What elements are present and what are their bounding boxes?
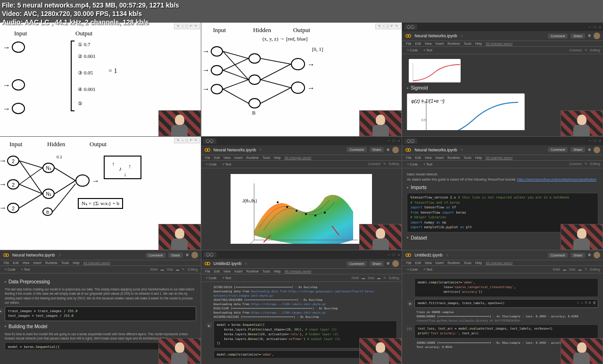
svg-line-6 bbox=[261, 58, 291, 64]
svg-text:↓: ↓ bbox=[124, 171, 126, 178]
colab-toolbar: + Code + Text Connect✎ Editing bbox=[402, 47, 603, 54]
avatar[interactable] bbox=[594, 33, 600, 39]
run-cell-button[interactable]: ▶ bbox=[207, 323, 212, 328]
svg-text:♪: ♪ bbox=[119, 165, 122, 172]
svg-line-8 bbox=[261, 80, 291, 88]
save-status: All changes saved bbox=[486, 42, 512, 45]
svg-point-37 bbox=[286, 206, 288, 208]
menu-help[interactable]: Help bbox=[475, 42, 482, 45]
menu-tools[interactable]: Tools bbox=[463, 42, 471, 45]
run-cell-button[interactable]: ▶ bbox=[0, 308, 3, 314]
menu-view[interactable]: View bbox=[425, 42, 432, 45]
add-text-button[interactable]: + Text bbox=[421, 48, 434, 52]
svg-line-21 bbox=[19, 168, 42, 184]
menu-insert[interactable]: Insert bbox=[436, 42, 444, 45]
menu-edit[interactable]: Edit bbox=[415, 42, 421, 45]
webcam-overlay bbox=[561, 338, 603, 364]
svg-text:J(θ₀,θ₁): J(θ₀,θ₁) bbox=[242, 199, 257, 203]
svg-line-4 bbox=[223, 80, 248, 89]
formula-box: N₁ = {Σᵢ wᵢxᵢ} + b bbox=[78, 198, 123, 209]
webcam-overlay bbox=[359, 224, 402, 250]
code-cell-evaluate[interactable]: [9] test_loss, test_acc = model.evaluate… bbox=[414, 324, 598, 339]
menu-runtime[interactable]: Runtime bbox=[447, 42, 460, 45]
whiteboard-toolbar: ✎○□↶↷ bbox=[174, 138, 199, 143]
arrow-icon: → bbox=[3, 81, 10, 90]
wb1-input-label: Input bbox=[14, 30, 27, 37]
svg-line-20 bbox=[19, 161, 42, 194]
svg-text:1.0: 1.0 bbox=[421, 100, 426, 104]
move-up-icon[interactable]: ↑ bbox=[577, 300, 579, 306]
webcam-overlay bbox=[561, 224, 603, 250]
file-info-line1: File: 5 neural networks.mp4, 523 MB, 00:… bbox=[2, 1, 179, 9]
section-imports: Imports bbox=[407, 184, 598, 191]
webcam-overlay bbox=[359, 110, 402, 136]
file-info-overlay: File: 5 neural networks.mp4, 523 MB, 00:… bbox=[0, 0, 181, 28]
svg-line-26 bbox=[53, 184, 75, 212]
diagram-box: ↑♪↑↓ bbox=[104, 156, 141, 179]
webcam-overlay bbox=[561, 110, 603, 136]
svg-line-34 bbox=[240, 240, 254, 244]
surface-plot-3d: J(θ₀,θ₁) θ₀ θ₁ bbox=[231, 174, 372, 244]
svg-line-9 bbox=[261, 88, 291, 103]
wb1-output-label: Output bbox=[75, 30, 92, 37]
add-code-button[interactable]: + Code bbox=[405, 48, 420, 52]
svg-text:↑: ↑ bbox=[128, 163, 131, 170]
link-icon[interactable]: ⎘ bbox=[585, 300, 587, 306]
colab-header: Neural Networks.ipynb ☆ Comment Share ⚙ bbox=[402, 31, 603, 41]
gear-icon[interactable]: ⚙ bbox=[589, 300, 591, 306]
svg-point-39 bbox=[305, 213, 307, 215]
svg-point-36 bbox=[277, 201, 279, 203]
svg-line-7 bbox=[261, 64, 291, 80]
svg-line-25 bbox=[55, 181, 75, 194]
whiteboard-toolbar: ✎○□↶↷ bbox=[375, 24, 401, 29]
thumbnail-3[interactable]: ◯◯ −□× Neural Networks.ipynb ☆ Comment S… bbox=[402, 23, 603, 136]
file-info-line2: Video: AVC, 1280x720, 30.000 FPS, 1134 k… bbox=[2, 9, 179, 18]
svg-text:0.5: 0.5 bbox=[421, 118, 426, 122]
browser-chrome: ◯◯ −□× bbox=[402, 23, 603, 31]
sigmoid-chart-small bbox=[409, 59, 461, 83]
run-cell-button[interactable]: ▶ bbox=[407, 301, 413, 306]
menu-file[interactable]: File bbox=[406, 42, 411, 45]
delete-icon[interactable]: 🗑 bbox=[593, 300, 596, 306]
star-icon[interactable]: ☆ bbox=[460, 34, 463, 38]
bracket bbox=[71, 41, 74, 111]
webcam-overlay bbox=[158, 224, 201, 250]
colab-logo-icon bbox=[204, 147, 211, 153]
svg-line-0 bbox=[223, 51, 248, 58]
svg-line-19 bbox=[19, 161, 42, 168]
svg-point-40 bbox=[314, 215, 316, 216]
svg-text:↑: ↑ bbox=[112, 161, 115, 167]
svg-line-2 bbox=[223, 58, 248, 70]
notebook-title[interactable]: Neural Networks.ipynb bbox=[414, 33, 457, 38]
arrow-icon: → bbox=[3, 43, 10, 52]
webcam-overlay bbox=[158, 338, 201, 364]
file-info-line3: Audio: AAC LC , 44.1 kHz, 2 channels, 12… bbox=[2, 18, 179, 26]
share-button[interactable]: Share bbox=[570, 33, 585, 39]
code-cell-fit[interactable]: ▶ ↑↓⎘⚙🗑 model.fit(train_images, train_la… bbox=[414, 299, 598, 308]
thumbnail-1[interactable]: ✎○□↶↷ Input Output → → → ① 0.7 ② 0.001 ③… bbox=[0, 23, 201, 136]
thumbnail-9[interactable]: Untitled2.ipynb☆ CommentShare⚙ FileEditV… bbox=[402, 250, 603, 364]
thumbnail-4[interactable]: ✎○□↶↷ Input Hidden Output 2 2 2 N₁ N₂ B … bbox=[0, 137, 201, 250]
section-building-model: Building the Model bbox=[5, 323, 196, 330]
input-node-2 bbox=[12, 79, 25, 91]
input-node-3 bbox=[12, 103, 25, 114]
comment-button[interactable]: Comment bbox=[548, 33, 568, 39]
svg-point-41 bbox=[324, 212, 326, 214]
connect-button[interactable]: Connect bbox=[570, 49, 582, 52]
webcam-overlay bbox=[158, 110, 201, 136]
thumbnail-7[interactable]: Neural Networks.ipynb☆ CommentShare⚙ Fil… bbox=[0, 250, 201, 364]
thumbnail-5[interactable]: ◯◯−□× Neural Networks.ipynb ☆ CommentSha… bbox=[201, 137, 402, 250]
input-node-1 bbox=[12, 41, 25, 53]
move-down-icon[interactable]: ↓ bbox=[581, 300, 583, 306]
arrow-icon: → bbox=[3, 105, 10, 113]
thumbnail-grid: ✎○□↶↷ Input Output → → → ① 0.7 ② 0.001 ③… bbox=[0, 0, 603, 364]
thumbnail-8[interactable]: ◯◯−□× Untitled2.ipynb☆ CommentShare⚙ Fil… bbox=[201, 250, 402, 364]
section-preprocessing: Data Preprocessing bbox=[5, 278, 196, 285]
thumbnail-2[interactable]: ✎○□↶↷ Input Hidden Output (x, y, z) → [r… bbox=[201, 23, 402, 136]
thumbnail-6[interactable]: ◯◯−□× Neural Networks.ipynb☆ CommentShar… bbox=[402, 137, 603, 250]
code-cell-preprocess[interactable]: ▶ train_images = train_images / 255.0 te… bbox=[5, 306, 196, 321]
svg-line-23 bbox=[19, 194, 42, 208]
gear-icon[interactable]: ⚙ bbox=[588, 34, 591, 38]
svg-line-5 bbox=[223, 89, 248, 103]
colab-logo-icon bbox=[405, 33, 412, 39]
